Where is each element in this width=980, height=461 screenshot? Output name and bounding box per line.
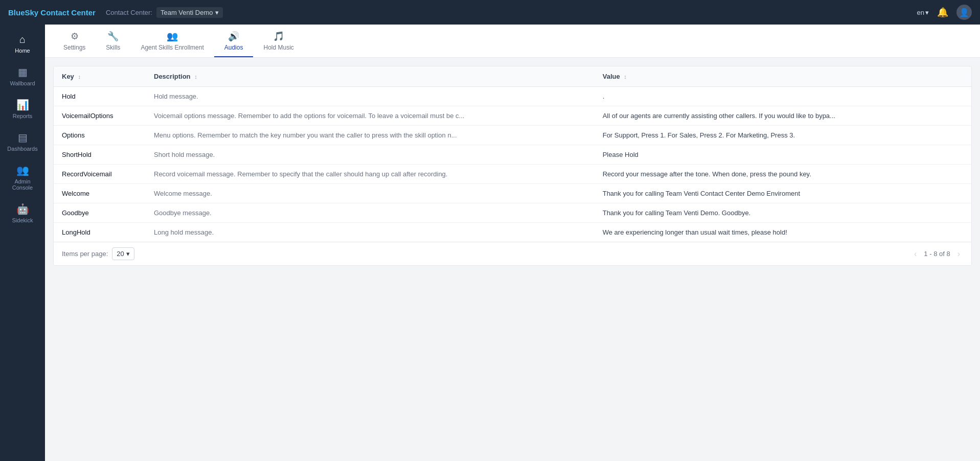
cell-key: VoicemailOptions [54, 106, 146, 126]
notifications-bell[interactable]: 🔔 [937, 7, 948, 18]
sort-icon-key: ↕ [78, 74, 81, 80]
wallboard-icon: ▦ [18, 66, 28, 78]
cell-value: . [595, 87, 971, 106]
cell-description: Record voicemail message. Remember to sp… [146, 165, 595, 184]
content-area: ⚙ Settings 🔧 Skills 👥 Agent Skills Enrol… [45, 25, 980, 461]
agent-skills-icon: 👥 [167, 31, 178, 42]
sidebar-item-label: Dashboards [7, 146, 37, 152]
chevron-down-icon: ▾ [215, 9, 219, 16]
table-row: ShortHoldShort hold message.Please Hold [54, 145, 971, 165]
sidekick-icon: 🤖 [16, 203, 29, 215]
topbar-right: en ▾ 🔔 👤 [917, 5, 972, 20]
cell-description: Short hold message. [146, 145, 595, 165]
cell-value: We are experiencing longer than usual wa… [595, 223, 971, 242]
items-per-page-control: Items per page: 20 ▾ [62, 247, 134, 260]
table-row: OptionsMenu options. Remember to match t… [54, 126, 971, 145]
cell-key: Options [54, 126, 146, 145]
cell-key: Welcome [54, 184, 146, 203]
cell-value: Please Hold [595, 145, 971, 165]
tab-audios[interactable]: 🔊 Audios [214, 25, 254, 57]
sidebar-item-label: Sidekick [12, 217, 33, 223]
cell-value: Record your message after the tone. When… [595, 165, 971, 184]
tab-label: Settings [63, 44, 85, 51]
chevron-down-icon: ▾ [126, 250, 130, 258]
tab-agent-skills-enrollment[interactable]: 👥 Agent Skills Enrollment [130, 25, 214, 57]
lang-label: en [917, 9, 924, 16]
contact-center-label: Contact Center: [106, 9, 152, 16]
cell-value: Thank you for calling Team Venti Contact… [595, 184, 971, 203]
cell-key: LongHold [54, 223, 146, 242]
tab-hold-music[interactable]: 🎵 Hold Music [253, 25, 304, 57]
tab-label: Skills [106, 44, 120, 51]
admin-console-icon: 👥 [16, 164, 29, 176]
skills-icon: 🔧 [107, 31, 119, 42]
table-row: WelcomeWelcome message.Thank you for cal… [54, 184, 971, 203]
tab-skills[interactable]: 🔧 Skills [96, 25, 130, 57]
table-row: HoldHold message.. [54, 87, 971, 106]
cell-key: ShortHold [54, 145, 146, 165]
cell-key: RecordVoicemail [54, 165, 146, 184]
per-page-dropdown[interactable]: 20 ▾ [112, 247, 134, 260]
sidebar-item-label: Reports [13, 113, 33, 119]
audios-table: Key ↕ Description ↕ Value ↕ [54, 66, 971, 242]
sidebar-item-wallboard[interactable]: ▦ Wallboard [2, 61, 43, 91]
avatar-icon: 👤 [959, 8, 969, 17]
main-layout: ⌂ Home ▦ Wallboard 📊 Reports ▤ Dashboard… [0, 25, 980, 461]
team-name: Team Venti Demo [161, 9, 213, 16]
sidebar-item-dashboards[interactable]: ▤ Dashboards [2, 126, 43, 157]
items-per-page-label: Items per page: [62, 250, 108, 258]
contact-center-selector[interactable]: Contact Center: Team Venti Demo ▾ [106, 7, 223, 18]
page-navigation: ‹ 1 - 8 of 8 › [911, 248, 963, 260]
cell-key: Goodbye [54, 203, 146, 223]
table-row: GoodbyeGoodbye message.Thank you for cal… [54, 203, 971, 223]
settings-icon: ⚙ [71, 31, 79, 42]
sidebar: ⌂ Home ▦ Wallboard 📊 Reports ▤ Dashboard… [0, 25, 45, 461]
home-icon: ⌂ [19, 34, 26, 45]
col-header-key[interactable]: Key ↕ [54, 66, 146, 87]
sidebar-item-label: Wallboard [10, 80, 35, 86]
prev-page-button[interactable]: ‹ [911, 248, 920, 260]
cell-description: Menu options. Remember to match the key … [146, 126, 595, 145]
cell-description: Hold message. [146, 87, 595, 106]
cell-description: Long hold message. [146, 223, 595, 242]
table-row: VoicemailOptionsVoicemail options messag… [54, 106, 971, 126]
pagination-bar: Items per page: 20 ▾ ‹ 1 - 8 of 8 › [54, 242, 971, 265]
tab-bar: ⚙ Settings 🔧 Skills 👥 Agent Skills Enrol… [45, 25, 980, 58]
team-dropdown[interactable]: Team Venti Demo ▾ [156, 7, 223, 18]
tab-label: Audios [224, 44, 243, 51]
cell-value: For Support, Press 1. For Sales, Press 2… [595, 126, 971, 145]
table-row: LongHoldLong hold message.We are experie… [54, 223, 971, 242]
cell-description: Welcome message. [146, 184, 595, 203]
per-page-value: 20 [117, 250, 124, 258]
page-info: 1 - 8 of 8 [924, 250, 950, 258]
col-header-description[interactable]: Description ↕ [146, 66, 595, 87]
reports-icon: 📊 [16, 99, 29, 111]
dashboards-icon: ▤ [18, 131, 28, 144]
tab-label: Agent Skills Enrollment [141, 44, 203, 51]
cell-description: Goodbye message. [146, 203, 595, 223]
col-header-value[interactable]: Value ↕ [595, 66, 971, 87]
sidebar-item-label: Admin Console [6, 178, 39, 191]
cell-value: All of our agents are currently assistin… [595, 106, 971, 126]
sort-icon-value: ↕ [624, 74, 627, 80]
language-selector[interactable]: en ▾ [917, 9, 929, 16]
sidebar-item-admin-console[interactable]: 👥 Admin Console [2, 159, 43, 196]
audios-icon: 🔊 [228, 31, 239, 42]
brand-title: BlueSky Contact Center [8, 8, 96, 17]
sidebar-item-reports[interactable]: 📊 Reports [2, 94, 43, 124]
user-avatar[interactable]: 👤 [956, 5, 972, 20]
topbar: BlueSky Contact Center Contact Center: T… [0, 0, 980, 25]
sidebar-item-home[interactable]: ⌂ Home [2, 29, 43, 59]
tab-settings[interactable]: ⚙ Settings [53, 25, 96, 57]
tab-label: Hold Music [263, 44, 293, 51]
next-page-button[interactable]: › [954, 248, 963, 260]
table-row: RecordVoicemailRecord voicemail message.… [54, 165, 971, 184]
cell-value: Thank you for calling Team Venti Demo. G… [595, 203, 971, 223]
cell-description: Voicemail options message. Remember to a… [146, 106, 595, 126]
chevron-down-icon: ▾ [925, 9, 929, 16]
table-header-row: Key ↕ Description ↕ Value ↕ [54, 66, 971, 87]
sidebar-item-sidekick[interactable]: 🤖 Sidekick [2, 198, 43, 228]
audios-table-container: Key ↕ Description ↕ Value ↕ [53, 66, 972, 266]
cell-key: Hold [54, 87, 146, 106]
hold-music-icon: 🎵 [273, 31, 284, 42]
